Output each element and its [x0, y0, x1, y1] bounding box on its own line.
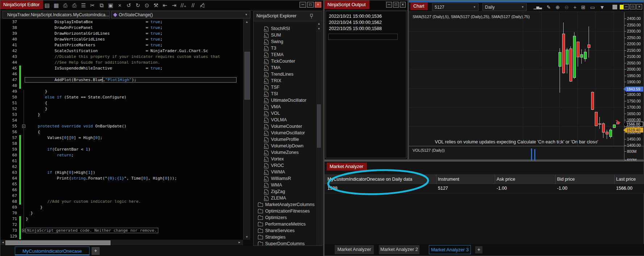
explorer-item-tsi[interactable]: TSI: [254, 91, 317, 97]
explorer-item-sum[interactable]: SUM: [254, 32, 317, 38]
explorer-folder-superdomcolumns[interactable]: SuperDomColumns: [254, 240, 317, 245]
output-filter-input[interactable]: [328, 34, 398, 40]
minimize-button[interactable]: ─: [623, 4, 629, 9]
horizontal-scroll-thumb[interactable]: [5, 240, 110, 245]
scroll-down-icon[interactable]: ▼: [316, 27, 322, 30]
redo-icon[interactable]: ↻: [135, 2, 141, 9]
drawing-tools-icon[interactable]: ✎: [547, 4, 551, 10]
print-icon[interactable]: ⎙: [63, 2, 68, 9]
explorer-folder-optimizationfitnesses[interactable]: OptimizationFitnesses: [254, 208, 317, 214]
explorer-item-williamsr[interactable]: WilliamsR: [254, 175, 317, 182]
unindent-icon[interactable]: ⇤: [163, 2, 168, 9]
explorer-file-tree[interactable]: StochRSISUMSwingT3TEMATickCounterTMATren…: [254, 21, 317, 245]
panel-separator[interactable]: [409, 146, 644, 146]
market-analyzer-data-row[interactable]: 15885127-1.00-1.001566.00: [325, 184, 644, 193]
chevron-down-icon[interactable]: ▼: [599, 4, 605, 10]
explorer-item-stochrsi[interactable]: StochRSI: [254, 25, 317, 32]
save-icon[interactable]: ▤: [45, 2, 50, 9]
new-tab-button[interactable]: +: [475, 246, 482, 253]
class-selector-dropdown[interactable]: NinjaTrader.NinjaScript.Indicators.MyCus…: [3, 11, 110, 18]
close-button[interactable]: ×: [315, 2, 321, 8]
explorer-item-trix[interactable]: TRIX: [254, 77, 317, 84]
minimize-button[interactable]: ─: [300, 2, 306, 8]
explorer-item-volumeoscillator[interactable]: VolumeOscillator: [254, 130, 317, 136]
explorer-item-vol[interactable]: VOL: [254, 110, 317, 117]
explorer-folder-strategies[interactable]: Strategies: [254, 234, 317, 240]
column-header[interactable]: MyCustomIndicatorOnecase on Daily data: [327, 175, 412, 184]
editor-vertical-scrollbar[interactable]: ▲ ▼: [243, 19, 250, 240]
paste-icon[interactable]: ▣: [108, 2, 113, 9]
close-button[interactable]: ×: [636, 4, 642, 9]
method-selector-dropdown[interactable]: OnStateChange() ▼: [111, 11, 250, 18]
minimize-button[interactable]: ─: [386, 2, 392, 8]
scroll-left-icon[interactable]: ◄: [1, 241, 4, 244]
crosshair-icon[interactable]: +: [573, 4, 576, 10]
column-header[interactable]: Ask price: [497, 175, 515, 184]
delete-icon[interactable]: ×: [117, 2, 122, 8]
collapse-region-icon[interactable]: −: [22, 125, 25, 128]
tab-market-analyzer[interactable]: Market Analyzer: [335, 245, 374, 254]
find-icon[interactable]: ⊙: [145, 2, 150, 9]
scroll-down-icon[interactable]: ▼: [243, 235, 250, 239]
explorer-folder-optimizers[interactable]: Optimizers: [254, 214, 317, 221]
explorer-item-volumeprofile[interactable]: VolumeProfile: [254, 136, 317, 143]
column-header[interactable]: Instrument: [438, 175, 459, 184]
explorer-item-vma[interactable]: VMA: [254, 104, 317, 110]
tab-market-analyzer-2[interactable]: Market Analyzer 2: [379, 245, 419, 254]
maximize-button[interactable]: □: [630, 4, 636, 9]
indent-icon[interactable]: ⇥: [172, 2, 177, 9]
explorer-item-tema[interactable]: TEMA: [254, 51, 317, 58]
tab-mycustomindicatoronecase[interactable]: MyCustomIndicatorOnecase: [15, 247, 89, 255]
scroll-up-icon[interactable]: ▲: [243, 20, 250, 24]
file-properties-icon[interactable]: ☰: [81, 2, 86, 9]
explorer-item-zlema[interactable]: ZLEMA: [254, 195, 317, 201]
explorer-item-volumeupdown[interactable]: VolumeUpDown: [254, 143, 317, 149]
uncomment-icon[interactable]: //: [191, 2, 196, 8]
maximize-button[interactable]: □: [393, 2, 399, 8]
scroll-up-icon[interactable]: ▲: [316, 22, 322, 25]
color-swatch-gray[interactable]: [612, 5, 617, 9]
comment-icon[interactable]: //₊: [181, 2, 187, 9]
save-all-icon[interactable]: ▦: [54, 2, 59, 9]
explorer-item-zigzag[interactable]: ZigZag: [254, 188, 317, 195]
explorer-item-vortex[interactable]: Vortex: [254, 156, 317, 162]
period-dropdown[interactable]: Daily ▼: [482, 3, 527, 11]
panel-icon[interactable]: ▭: [590, 4, 595, 10]
vertical-scroll-thumb[interactable]: [244, 52, 250, 100]
expand-region-icon[interactable]: +: [22, 229, 25, 232]
cut-icon[interactable]: ✂: [90, 2, 95, 9]
tab-market-analyzer-3[interactable]: Market Analyzer 3: [429, 245, 471, 254]
maximize-button[interactable]: □: [307, 2, 314, 8]
explorer-item-ultimateoscillator[interactable]: UltimateOscillator: [254, 97, 317, 104]
explorer-folder-performancemetrics[interactable]: PerformanceMetrics: [254, 221, 317, 227]
explorer-item-wma[interactable]: WMA: [254, 182, 317, 188]
explorer-scrollbar[interactable]: ▲ ▼: [316, 21, 322, 245]
zoom-out-icon[interactable]: ⊖: [565, 4, 569, 10]
mute-icon[interactable]: ◁̸: [200, 2, 205, 9]
explorer-item-volma[interactable]: VOLMA: [254, 117, 317, 123]
explorer-item-vwma[interactable]: VWMA: [254, 169, 317, 175]
compile-icon[interactable]: ⚒: [154, 2, 159, 9]
explorer-item-tsf[interactable]: TSF: [254, 84, 317, 91]
explorer-folder-marketanalyzercolumns[interactable]: MarketAnalyzerColumns: [254, 201, 317, 208]
column-header[interactable]: Last price: [616, 175, 636, 184]
explorer-item-tma[interactable]: TMA: [254, 64, 317, 71]
close-button[interactable]: ×: [400, 2, 406, 8]
explorer-scroll-thumb[interactable]: [317, 104, 321, 148]
copy-icon[interactable]: ⧉: [99, 2, 104, 9]
editor-horizontal-scrollbar[interactable]: ◄ ►: [0, 240, 243, 245]
explorer-item-volumecounter[interactable]: VolumeCounter: [254, 123, 317, 130]
data-box-icon[interactable]: ⊞: [581, 4, 585, 10]
explorer-item-tickcounter[interactable]: TickCounter: [254, 58, 317, 64]
explorer-folder-shareservices[interactable]: ShareServices: [254, 227, 317, 234]
print-preview-icon[interactable]: ⎙: [72, 2, 77, 9]
code-editor-area[interactable]: 37 DisplayInDataBox = true;38 DrawOnPric…: [0, 19, 243, 240]
chart-style-icon[interactable]: ▁▅▃: [534, 5, 542, 9]
explorer-item-volumezones[interactable]: VolumeZones: [254, 149, 317, 156]
new-tab-button[interactable]: +: [92, 247, 100, 255]
column-header[interactable]: Bid price: [557, 175, 575, 184]
instrument-dropdown[interactable]: 5127 ▼: [432, 3, 478, 11]
undo-icon[interactable]: ↺: [126, 2, 131, 9]
explorer-item-trendlines[interactable]: TrendLines: [254, 71, 317, 77]
pin-icon[interactable]: [310, 14, 313, 19]
